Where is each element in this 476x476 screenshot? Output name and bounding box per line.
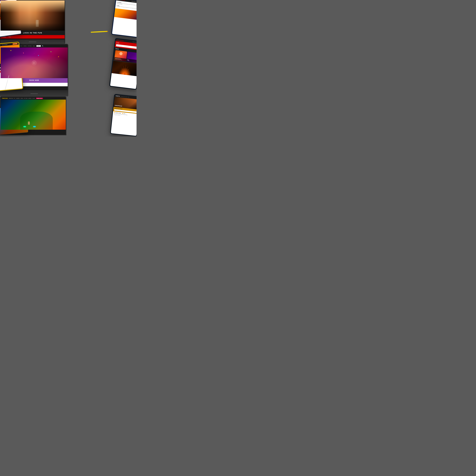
ml-nav-wine[interactable]: WINE & DINE — [0, 44, 1, 46]
rm-bottom-img — [112, 61, 136, 76]
bc-nav-funapp[interactable]: FUN APP — [32, 98, 35, 99]
tr-screen: ZONE BOWLING PROMOTIONS PLAY FOOD 1. Lea… — [112, 0, 136, 37]
device-top-right: ZONE BOWLING PROMOTIONS PLAY FOOD 1. Lea… — [111, 0, 136, 38]
bc-member-btn[interactable]: MEMBER PORTAL — [36, 98, 43, 99]
br-hours-dot — [114, 112, 115, 113]
tc-bowling-image — [0, 0, 65, 31]
rm-deal-card-2[interactable]: Mega Package — [126, 51, 136, 63]
bc-hero — [1, 100, 66, 130]
bc-nav-play[interactable]: PLAY — [14, 98, 15, 99]
bc-nav-rewards[interactable]: REWARDS — [28, 98, 32, 99]
bc-screen: TIMEZONE PROMOTIONS PLAY CELEBRATE VENUE… — [0, 96, 66, 135]
ml-book-box — [0, 65, 0, 67]
rm-screen: ZONE BOWLING PROMOTIONS PLAY FOOD LOC Pl… — [110, 39, 136, 89]
br-loc-info-title: LOCA — [123, 113, 125, 114]
br-nav-things[interactable]: THINGS TO DO — [121, 96, 125, 97]
yellow-pencil — [91, 31, 107, 33]
br-location-info: LOCA — [122, 113, 125, 114]
center-hero: ▶ — [1, 48, 68, 78]
tc-bowling-overlay — [0, 23, 65, 31]
device-top-center: LOCK IN THE FUN Loading Play — [0, 0, 65, 44]
center-nav-parties[interactable]: PARTIES — [23, 46, 27, 46]
bc-nav: TIMEZONE PROMOTIONS PLAY CELEBRATE VENUE… — [1, 97, 66, 100]
bc-nav-giftcards[interactable]: GIFT CARDS — [24, 98, 28, 99]
center-nav-deals[interactable]: DEALS — [33, 46, 35, 46]
device-bot-right: KINGP/N THINGS TO DO DEALS PARTI KINGPIN… — [110, 94, 136, 136]
center-search-icon[interactable]: 🔍 — [42, 45, 43, 47]
br-nav-parti[interactable]: PARTI — [128, 97, 129, 98]
rm-location-placeholder: Please select — [117, 45, 122, 46]
tr-nav-promotions[interactable]: PROMOTIONS — [131, 1, 136, 2]
rm-deal-card-1[interactable]: Action Zone Pass Get ready to bring the … — [114, 50, 127, 62]
br-screen: KINGP/N THINGS TO DO DEALS PARTI KINGPIN… — [111, 95, 136, 136]
bc-nav-promotions[interactable]: PROMOTIONS — [9, 98, 13, 99]
rm-zone-logo: ZONE BOWLING — [117, 40, 124, 41]
bc-nav-items: PROMOTIONS PLAY CELEBRATE VENUES GIFT CA… — [9, 98, 35, 99]
center-laptop-notch — [31, 93, 38, 94]
br-nav-deals[interactable]: DEALS — [125, 97, 127, 98]
br-logo: KINGP/N — [116, 95, 120, 97]
ml-nav-rewards[interactable]: ROYAL REWARDS — [1, 44, 8, 46]
br-location-chevron-icon: ▼ — [136, 112, 136, 113]
bc-nav-celebrate[interactable]: CELEBRATE — [16, 98, 20, 99]
ml-book-btn[interactable]: BOOK NOW — [13, 43, 18, 45]
br-location-placeholder: English (Australia) — [115, 110, 121, 111]
br-loc-dot — [122, 113, 123, 114]
rm-nav-promotions[interactable]: PROMOTIONS — [133, 42, 136, 43]
bc-nav-venues[interactable]: VENUES — [20, 98, 23, 99]
center-nav-activities[interactable]: ACTIVITIES — [28, 46, 32, 46]
br-nav-items: THINGS TO DO DEALS PARTI — [121, 96, 129, 98]
tc-laptop-notch — [29, 41, 36, 42]
device-right-mid: ZONE BOWLING PROMOTIONS PLAY FOOD LOC Pl… — [109, 38, 136, 90]
rm-deal-cards: Action Zone Pass Get ready to bring the … — [114, 50, 136, 63]
bc-logo: TIMEZONE — [2, 98, 8, 99]
center-book-btn[interactable]: BOOK — [36, 45, 41, 47]
center-laptop-base — [0, 91, 68, 96]
